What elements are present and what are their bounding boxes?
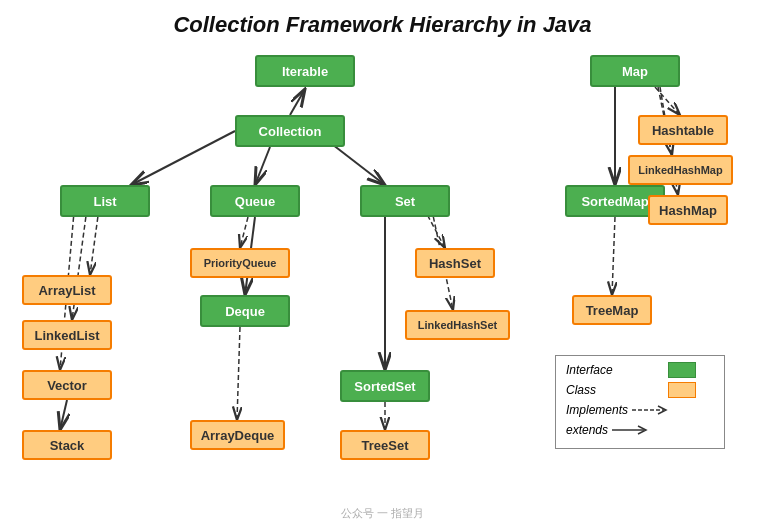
node-linkedhashmap: LinkedHashMap (628, 155, 733, 185)
svg-line-1 (131, 131, 235, 185)
legend-implements-arrow (632, 402, 672, 418)
legend-class-box (668, 382, 696, 398)
legend-interface-box (668, 362, 696, 378)
svg-line-14 (237, 327, 240, 420)
legend-interface-label: Interface (566, 363, 656, 377)
legend-extends-label: extends (566, 423, 608, 437)
svg-line-17 (655, 87, 680, 115)
node-map: Map (590, 55, 680, 87)
svg-line-12 (60, 400, 67, 430)
node-linkedlist: LinkedList (22, 320, 112, 350)
node-list: List (60, 185, 150, 217)
svg-line-0 (290, 89, 305, 115)
node-priorityqueue: PriorityQueue (190, 248, 290, 278)
node-set: Set (360, 185, 450, 217)
node-arraydeque: ArrayDeque (190, 420, 285, 450)
legend-implements-label: Implements (566, 403, 628, 417)
node-hashset: HashSet (415, 248, 495, 278)
node-treeset: TreeSet (340, 430, 430, 460)
svg-line-13 (240, 217, 248, 248)
node-sortedset: SortedSet (340, 370, 430, 402)
legend-extends-arrow (612, 422, 652, 438)
node-iterable: Iterable (255, 55, 355, 87)
node-hashtable: Hashtable (638, 115, 728, 145)
node-collection: Collection (235, 115, 345, 147)
node-vector: Vector (22, 370, 112, 400)
node-deque: Deque (200, 295, 290, 327)
node-treemap: TreeMap (572, 295, 652, 325)
node-stack: Stack (22, 430, 112, 460)
svg-line-8 (612, 217, 615, 295)
legend: Interface Class Implements extends (555, 355, 725, 449)
node-queue: Queue (210, 185, 300, 217)
watermark: 公众号 一 指望月 (341, 506, 424, 521)
svg-line-2 (255, 147, 270, 185)
node-hashmap: HashMap (648, 195, 728, 225)
legend-class-label: Class (566, 383, 656, 397)
node-arraylist: ArrayList (22, 275, 112, 305)
node-linkedhashset: LinkedHashSet (405, 310, 510, 340)
page-title: Collection Framework Hierarchy in Java (0, 0, 765, 46)
diagram-container: Collection Framework Hierarchy in Java (0, 0, 765, 531)
